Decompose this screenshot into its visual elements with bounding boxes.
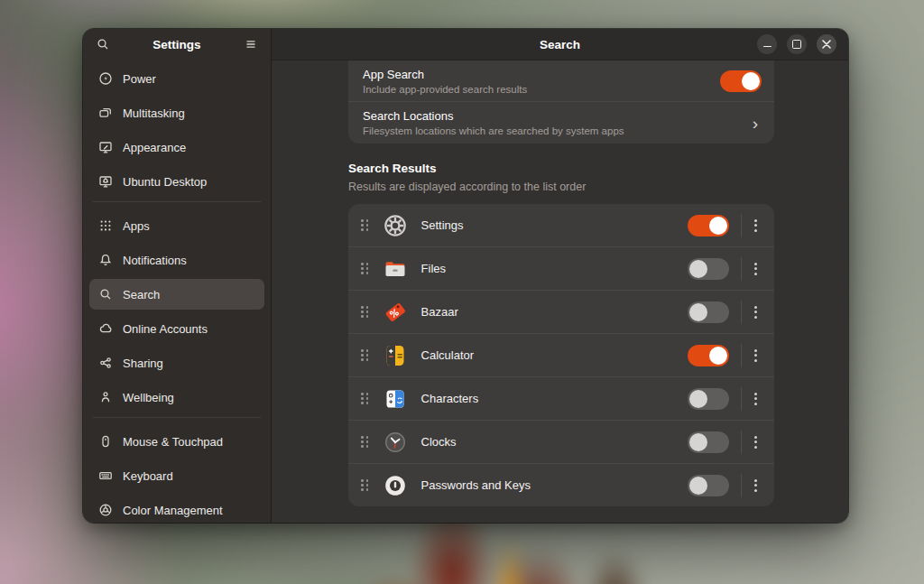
sidebar-item-sharing[interactable]: Sharing <box>89 348 264 378</box>
main-menu-button[interactable] <box>239 32 263 56</box>
app-name: Files <box>421 262 688 275</box>
search-results-list: Settings Files <box>348 204 774 506</box>
ubuntu-desktop-icon <box>98 174 113 189</box>
sidebar-item-label: Search <box>123 288 160 301</box>
row-menu-button[interactable] <box>744 475 766 496</box>
drag-handle-icon[interactable] <box>361 219 369 231</box>
sidebar-item-label: Multitasking <box>123 107 185 120</box>
app-toggle[interactable] <box>688 345 729 366</box>
search-locations-row[interactable]: Search Locations Filesystem locations wh… <box>348 102 774 144</box>
sidebar-item-appearance[interactable]: Appearance <box>89 132 264 162</box>
app-row-calculator[interactable]: Calculator <box>348 334 774 376</box>
drag-handle-icon[interactable] <box>361 479 369 491</box>
sidebar-item-keyboard[interactable]: Keyboard <box>89 460 264 491</box>
drag-handle-icon[interactable] <box>361 306 369 318</box>
sidebar-item-label: Mouse & Touchpad <box>123 435 223 449</box>
main-pane: Search App Search Include app-provided s… <box>272 29 848 523</box>
row-subtitle: Filesystem locations which are searched … <box>363 125 753 136</box>
row-menu-button[interactable] <box>744 388 766 410</box>
sidebar-item-label: Color Management <box>123 504 223 517</box>
app-search-row[interactable]: App Search Include app-provided search r… <box>348 60 774 101</box>
row-text: App Search Include app-provided search r… <box>363 68 720 95</box>
app-toggle[interactable] <box>688 301 729 323</box>
sidebar-item-label: Appearance <box>123 141 186 154</box>
app-toggle[interactable] <box>688 431 729 453</box>
app-name: Characters <box>421 392 688 405</box>
sidebar-item-label: Power <box>123 72 156 86</box>
drag-handle-icon[interactable] <box>361 436 369 448</box>
app-toggle[interactable] <box>688 388 729 410</box>
files-app-icon <box>383 256 408 282</box>
drag-handle-icon[interactable] <box>361 263 369 274</box>
app-name: Passwords and Keys <box>421 478 688 492</box>
sidebar-title: Settings <box>115 38 239 51</box>
search-results-section-header: Search Results Results are displayed acc… <box>348 162 774 193</box>
row-text: Search Locations Filesystem locations wh… <box>363 109 753 136</box>
row-divider <box>741 431 742 454</box>
maximize-icon <box>792 40 801 49</box>
search-icon <box>96 37 110 51</box>
appearance-icon <box>98 140 113 154</box>
sidebar-separator <box>93 417 261 418</box>
app-name: Settings <box>421 218 688 232</box>
row-divider <box>741 474 742 497</box>
sidebar-item-label: Notifications <box>123 254 187 267</box>
row-divider <box>741 301 742 324</box>
mouse-icon <box>98 434 113 449</box>
close-button[interactable] <box>817 34 836 54</box>
maximize-button[interactable] <box>787 34 807 54</box>
sidebar-item-search[interactable]: Search <box>89 279 264 310</box>
row-menu-button[interactable] <box>744 215 766 236</box>
app-row-clocks[interactable]: Clocks <box>348 421 774 463</box>
multitasking-icon <box>98 106 113 120</box>
settings-app-icon <box>383 213 408 238</box>
sidebar-item-label: Sharing <box>123 357 163 370</box>
sidebar-item-multitasking[interactable]: Multitasking <box>89 97 264 128</box>
app-row-settings[interactable]: Settings <box>348 204 774 246</box>
row-divider <box>741 214 742 237</box>
app-toggle[interactable] <box>688 258 729 280</box>
search-button[interactable] <box>91 32 115 56</box>
minimize-button[interactable] <box>757 34 777 54</box>
person-icon <box>98 390 113 404</box>
app-search-toggle[interactable] <box>720 70 762 92</box>
sidebar-item-wellbeing[interactable]: Wellbeing <box>89 382 264 413</box>
sidebar-item-ubuntu-desktop[interactable]: Ubuntu Desktop <box>89 166 264 197</box>
row-divider <box>741 387 742 411</box>
row-subtitle: Include app-provided search results <box>363 84 720 95</box>
sidebar-item-label: Online Accounts <box>123 322 208 336</box>
app-toggle[interactable] <box>688 475 729 496</box>
app-row-bazaar[interactable]: Bazaar <box>348 291 774 333</box>
app-row-characters[interactable]: Characters <box>348 377 774 420</box>
sidebar-item-label: Wellbeing <box>123 391 174 404</box>
sidebar-item-online-accounts[interactable]: Online Accounts <box>89 313 264 344</box>
row-divider <box>741 257 742 281</box>
search-settings-content: App Search Include app-provided search r… <box>272 60 848 523</box>
apps-grid-icon <box>98 218 113 233</box>
app-name: Calculator <box>421 348 688 362</box>
row-menu-button[interactable] <box>744 431 766 453</box>
app-toggle[interactable] <box>688 215 729 236</box>
row-title: Search Locations <box>363 109 753 123</box>
passwords-and-keys-app-icon <box>383 473 408 498</box>
sidebar-item-notifications[interactable]: Notifications <box>89 245 264 275</box>
row-menu-button[interactable] <box>744 258 766 280</box>
calculator-app-icon <box>383 343 408 368</box>
app-row-passwords-and-keys[interactable]: Passwords and Keys <box>348 464 774 506</box>
app-row-files[interactable]: Files <box>348 247 774 290</box>
characters-app-icon <box>383 386 408 412</box>
drag-handle-icon[interactable] <box>361 349 369 361</box>
sidebar-item-label: Ubuntu Desktop <box>123 175 207 189</box>
row-divider <box>741 344 742 367</box>
drag-handle-icon[interactable] <box>361 393 369 404</box>
sidebar-item-apps[interactable]: Apps <box>89 210 264 241</box>
close-icon <box>822 40 831 49</box>
row-menu-button[interactable] <box>744 345 766 366</box>
sidebar-item-label: Keyboard <box>123 469 173 483</box>
share-nodes-icon <box>98 356 113 370</box>
sidebar-item-color-management[interactable]: Color Management <box>89 495 264 523</box>
row-menu-button[interactable] <box>744 301 766 323</box>
sidebar-item-mouse-touchpad[interactable]: Mouse & Touchpad <box>89 426 264 457</box>
sidebar: Settings Power Multitasking Appearance <box>83 29 272 523</box>
sidebar-item-power[interactable]: Power <box>89 63 264 94</box>
